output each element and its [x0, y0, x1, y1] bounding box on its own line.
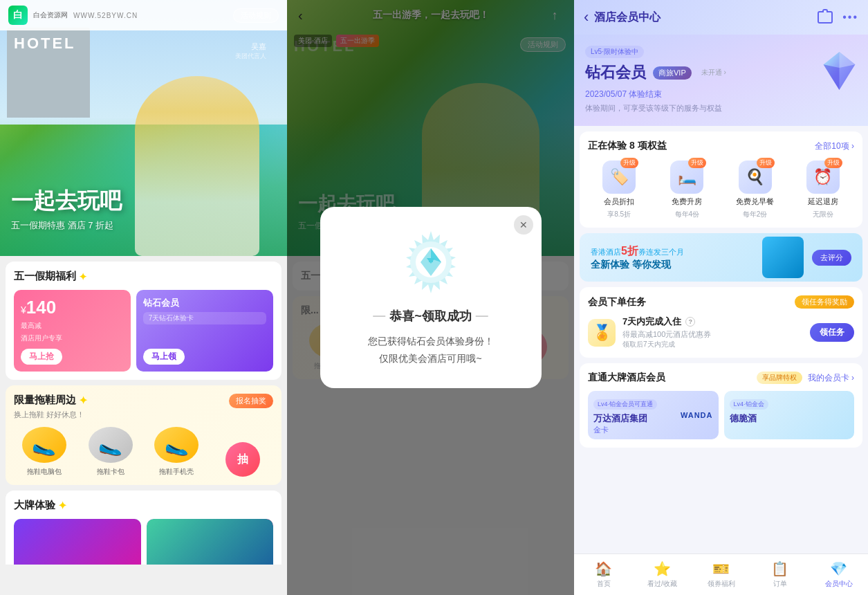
hero-sub-text: 五一假期特惠 酒店 7 折起: [11, 219, 122, 232]
promo-text-area: 香港酒店5折券连发三个月 全新体验 等你发现: [591, 244, 754, 271]
modal-desc: 您已获得钻石会员体验身份！ 仅限优美会酒店可用哦~: [337, 333, 525, 367]
nav-item-favorites[interactable]: ⭐ 看过/收藏: [633, 560, 692, 589]
promo-sub: 香港酒店5折券连发三个月: [591, 244, 754, 259]
slipper-item-1: 🥿 拖鞋电脑包: [14, 427, 75, 477]
benefits-title: 正在体验 8 项权益: [588, 140, 667, 152]
member-nav-label: 会员中心: [825, 579, 853, 589]
benefit-item-2: 🛏️ 升级 免费升房 每年4份: [656, 161, 718, 219]
bottom-nav: 🏠 首页 ⭐ 看过/收藏 🎫 领券福利 📋 订单 💎 会员中心: [574, 553, 868, 595]
back-icon-right[interactable]: ‹: [584, 8, 589, 26]
promo-rate: 5折: [621, 245, 638, 257]
benefits-grid: 🏷️ 升级 会员折扣 享8.5折 🛏️ 升级 免费升房 每年4份: [588, 161, 854, 219]
task-btn[interactable]: 领任务: [810, 323, 854, 342]
modal-box: 恭喜~领取成功 您已获得钻石会员体验身份！ 仅限优美会酒店可用哦~ ✕: [320, 207, 542, 388]
slipper-icon-3: 🥿: [154, 427, 198, 463]
right-top-bar: ‹ 酒店会员中心 •••: [574, 0, 868, 35]
slipper-subtitle: 换上拖鞋 好好休息！: [14, 410, 273, 420]
coupons-label: 领券福利: [708, 579, 735, 589]
benefit-emoji-3: 🍳: [746, 168, 764, 186]
task-deadline: 领取后7天内完成: [622, 340, 803, 349]
wujia-name: 吴嘉: [235, 42, 266, 52]
watermark-url: WWW.52BYW.CN: [73, 12, 138, 19]
svg-rect-6: [429, 258, 433, 262]
hotel-card-derou[interactable]: Lv4·铂金会 德脆酒: [724, 391, 855, 439]
wallet-handle: [822, 9, 828, 12]
benefits-header: 正在体验 8 项权益 全部10项 ›: [588, 140, 854, 152]
benefit-item-3: 🍳 升级 免费兑早餐 每年2份: [724, 161, 786, 219]
coupons-icon: 🎫: [712, 560, 730, 577]
brand-perk-tag: 享品牌特权: [757, 372, 802, 384]
get-btn[interactable]: 马上领: [143, 349, 185, 365]
nav-item-coupons[interactable]: 🎫 领券福利: [692, 560, 750, 589]
benefits-all[interactable]: 全部10项 ›: [815, 140, 854, 152]
panel-right: ‹ 酒店会员中心 ••• Lv5·限时体验中 钻石会员 商旅VIP 未开通 ›: [574, 0, 868, 595]
right-title: 酒店会员中心: [594, 10, 812, 25]
benefit-name-3: 免费兑早餐: [736, 196, 774, 207]
welfare-card-diamond: 钻石会员 7天钻石体验卡 马上领: [136, 290, 273, 372]
not-open[interactable]: 未开通 ›: [701, 68, 726, 77]
task-header: 会员下单任务 领任务得奖励: [588, 295, 854, 309]
person-silhouette: [135, 76, 259, 256]
hero-overlay-text: 一起去玩吧 五一假期特惠 酒店 7 折起: [11, 186, 122, 232]
right-top-icons: •••: [818, 11, 858, 24]
promo-main: 全新体验 等你发现: [591, 259, 754, 271]
benefit-emoji-2: 🛏️: [678, 168, 696, 186]
hotel-member-title: 直通大牌酒店会员: [588, 372, 665, 384]
raffle-btn[interactable]: 报名抽奖: [229, 394, 273, 408]
member-title-row: 钻石会员 商旅VIP 未开通 ›: [585, 62, 857, 83]
benefit-desc-3: 每年2份: [743, 210, 768, 219]
slipper-item-2: 🥿 拖鞋卡包: [80, 427, 141, 477]
my-card-link[interactable]: 我的会员卡 ›: [808, 372, 854, 384]
slipper-star: ✦: [79, 394, 88, 407]
slipper-items: 🥿 拖鞋电脑包 🥿 拖鞋卡包 🥿 拖鞋手机壳: [14, 427, 273, 477]
brand-card-2[interactable]: 美团住吧: [147, 519, 274, 565]
benefit-name-2: 免费升房: [672, 196, 702, 207]
panel-left: 白 白会资源网 WWW.52BYW.CN HOTEL 吴嘉 美团代言人 活动规则: [0, 0, 287, 595]
promo-review-btn[interactable]: 去评分: [812, 250, 851, 266]
watermark-site: 白会资源网: [33, 10, 68, 20]
task-coupon: 得最高减100元酒店优惠券: [622, 329, 803, 340]
slipper-raffle[interactable]: 抽: [212, 442, 273, 477]
nav-item-orders[interactable]: 📋 订单: [750, 560, 809, 589]
more-icon[interactable]: •••: [842, 11, 858, 24]
modal-close-btn[interactable]: ✕: [514, 215, 533, 235]
task-reward-tag[interactable]: 领任务得奖励: [795, 295, 854, 309]
benefit-icon-4: ⏰ 升级: [806, 161, 840, 194]
nav-item-home[interactable]: 🏠 首页: [574, 560, 633, 589]
promo-hotel-img: [762, 237, 804, 278]
grab-btn[interactable]: 马上抢: [21, 349, 62, 365]
trial-card: 7天钻石体验卡: [143, 312, 266, 324]
wallet-icon[interactable]: [818, 11, 833, 24]
welfare-section: 五一假期福利 ✦ ¥140 最高减 酒店用户专享 马上抢 钻石会员 7天钻石体验…: [6, 262, 281, 380]
hotel-member-header: 直通大牌酒店会员 享品牌特权 我的会员卡 ›: [588, 372, 854, 384]
promo-banner: 香港酒店5折券连发三个月 全新体验 等你发现 去评分: [580, 233, 862, 282]
hotel-cards-row: Lv4·铂金会员可直通 万达酒店集团 金卡 WANDA Lv4·铂金会 德脆酒: [588, 391, 854, 439]
home-label: 首页: [597, 579, 611, 589]
watermark-logo: 白: [8, 6, 28, 25]
hero-main-text: 一起去玩吧: [11, 186, 122, 217]
orders-icon: 📋: [771, 560, 788, 577]
member-expire: 2023/05/07 体验结束: [585, 89, 857, 100]
hotel-card-wanda[interactable]: Lv4·铂金会员可直通 万达酒店集团 金卡 WANDA: [588, 391, 719, 439]
brand-card-1-bg: [14, 519, 141, 565]
diamond-member-label: 钻石会员: [143, 297, 266, 309]
hotel-member-actions: 享品牌特权 我的会员卡 ›: [757, 372, 854, 384]
slipper-icon-1: 🥿: [22, 427, 66, 463]
member-icon: 💎: [830, 560, 847, 577]
task-title: 会员下单任务: [588, 296, 646, 309]
modal-overlay[interactable]: 恭喜~领取成功 您已获得钻石会员体验身份！ 仅限优美会酒店可用哦~ ✕: [287, 0, 574, 595]
task-icon: 🏅: [588, 319, 616, 347]
brand-card-1[interactable]: 大阁奇妙夜: [14, 519, 141, 565]
task-help-icon[interactable]: ?: [685, 317, 695, 327]
task-section: 会员下单任务 领任务得奖励 🏅 7天内完成入住 ? 得最高减100元酒店优惠券 …: [580, 287, 862, 358]
wujia-info: 吴嘉 美团代言人: [235, 42, 266, 61]
hotel-card-type-1: 金卡: [593, 425, 713, 435]
nav-item-member[interactable]: 💎 会员中心: [809, 560, 868, 589]
welfare-star: ✦: [79, 271, 87, 282]
raffle-circle[interactable]: 抽: [225, 442, 260, 477]
task-emoji: 🏅: [593, 324, 611, 342]
benefit-desc-1: 享8.5折: [607, 210, 631, 219]
benefit-name-1: 会员折扣: [604, 196, 634, 207]
diamond-crystal: [820, 48, 858, 96]
task-name: 7天内完成入住 ?: [622, 315, 803, 328]
